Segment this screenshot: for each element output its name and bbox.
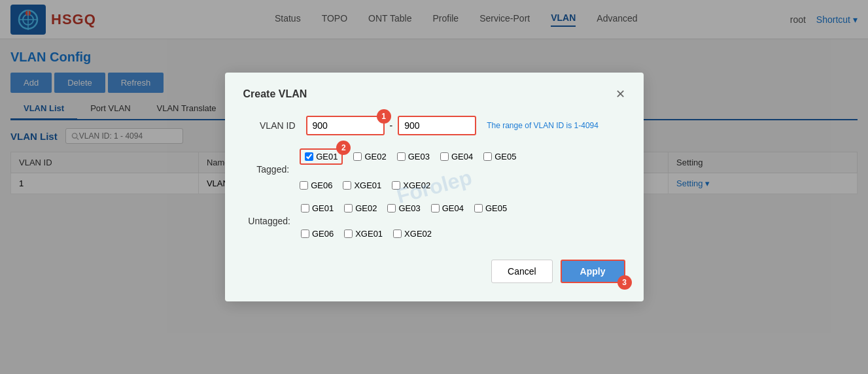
vlan-id-label: VLAN ID bbox=[243, 120, 296, 131]
untagged-ge03-label: GE03 bbox=[398, 203, 420, 205]
vlan-id-group: 1 - The range of VLAN ID is 1-4094 bbox=[306, 116, 599, 135]
tagged-xge01-checkbox[interactable] bbox=[343, 181, 351, 190]
untagged-ge01-checkbox[interactable] bbox=[301, 204, 309, 205]
tagged-ge06-item[interactable]: GE06 bbox=[300, 180, 332, 190]
tagged-label: Tagged: bbox=[243, 164, 290, 175]
tagged-ge02-item[interactable]: GE02 bbox=[353, 152, 386, 162]
tagged-ge03-item[interactable]: GE03 bbox=[397, 152, 430, 162]
untagged-checkbox-group: GE01 GE02 GE03 GE04 GE05 bbox=[301, 203, 625, 205]
untagged-ge04-label: GE04 bbox=[442, 203, 464, 205]
step-badge-1: 1 bbox=[377, 109, 391, 124]
tagged-ge06-checkbox[interactable] bbox=[300, 181, 308, 190]
tagged-ge01-label: GE01 bbox=[316, 152, 338, 162]
tagged-ge01-checkbox[interactable] bbox=[305, 152, 313, 161]
untagged-ge05-label: GE05 bbox=[485, 203, 507, 205]
tagged-ge05-checkbox[interactable] bbox=[483, 152, 492, 161]
tagged-ge03-label: GE03 bbox=[408, 152, 430, 162]
tagged-ge02-label: GE02 bbox=[364, 152, 386, 162]
tagged-xge01-label: XGE01 bbox=[354, 180, 381, 190]
create-vlan-modal: Forolep Create VLAN ✕ VLAN ID 1 - The ra… bbox=[225, 73, 644, 205]
untagged-ge05-item[interactable]: GE05 bbox=[474, 203, 507, 205]
tagged-checkbox-group: GE01 2 GE02 GE03 GE04 G bbox=[300, 148, 625, 190]
untagged-row: Untagged: GE01 GE02 GE03 GE04 bbox=[243, 203, 625, 205]
vlan-id-end-input[interactable] bbox=[398, 116, 476, 135]
step-badge-2: 2 bbox=[336, 141, 351, 155]
untagged-ge02-checkbox[interactable] bbox=[344, 204, 353, 205]
tagged-xge02-item[interactable]: XGE02 bbox=[392, 180, 430, 190]
vlan-id-row: VLAN ID 1 - The range of VLAN ID is 1-40… bbox=[243, 116, 625, 135]
tagged-row: Tagged: GE01 2 GE02 GE03 bbox=[243, 148, 625, 190]
untagged-ge05-checkbox[interactable] bbox=[474, 204, 483, 205]
vlan-id-start-wrapper: 1 bbox=[306, 116, 385, 135]
tagged-ge04-item[interactable]: GE04 bbox=[440, 152, 473, 162]
modal-header: Create VLAN ✕ bbox=[243, 88, 625, 100]
modal-title: Create VLAN bbox=[243, 88, 307, 100]
untagged-ge01-item[interactable]: GE01 bbox=[301, 203, 334, 205]
untagged-ge02-item[interactable]: GE02 bbox=[344, 203, 377, 205]
vlan-id-start-input[interactable] bbox=[306, 116, 385, 135]
untagged-ge03-checkbox[interactable] bbox=[387, 204, 396, 205]
tagged-ge04-label: GE04 bbox=[451, 152, 473, 162]
tagged-ge05-item[interactable]: GE05 bbox=[483, 152, 516, 162]
vlan-id-separator: - bbox=[390, 120, 393, 131]
tagged-ge04-checkbox[interactable] bbox=[440, 152, 449, 161]
tagged-ge02-checkbox[interactable] bbox=[353, 152, 362, 161]
modal-overlay: Forolep Create VLAN ✕ VLAN ID 1 - The ra… bbox=[0, 0, 868, 205]
tagged-ge01-wrapper: GE01 2 bbox=[300, 148, 343, 165]
untagged-ge04-checkbox[interactable] bbox=[431, 204, 440, 205]
tagged-ge05-label: GE05 bbox=[495, 152, 516, 162]
tagged-xge02-checkbox[interactable] bbox=[392, 181, 400, 190]
untagged-ge01-label: GE01 bbox=[312, 203, 334, 205]
vlan-range-hint: The range of VLAN ID is 1-4094 bbox=[487, 121, 599, 130]
tagged-xge02-label: XGE02 bbox=[403, 180, 430, 190]
untagged-ge04-item[interactable]: GE04 bbox=[431, 203, 464, 205]
untagged-ge02-label: GE02 bbox=[355, 203, 377, 205]
untagged-ge03-item[interactable]: GE03 bbox=[387, 203, 420, 205]
close-button[interactable]: ✕ bbox=[616, 88, 625, 100]
tagged-ge06-label: GE06 bbox=[311, 180, 332, 190]
tagged-ge03-checkbox[interactable] bbox=[397, 152, 406, 161]
tagged-xge01-item[interactable]: XGE01 bbox=[343, 180, 381, 190]
